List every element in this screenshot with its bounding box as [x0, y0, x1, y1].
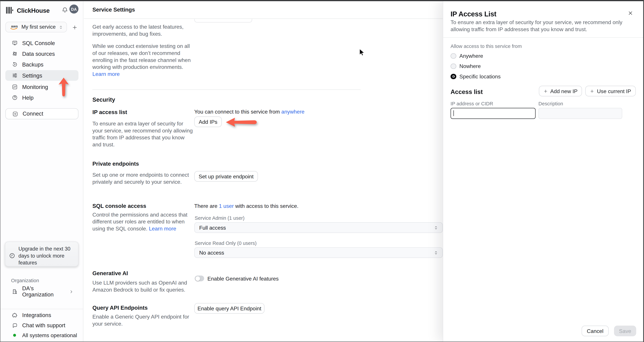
sidebar: ClickHouse DA aws My first service SQL C…	[0, 1, 83, 342]
private-endpoints-description: Set up one or more endpoints to connect …	[92, 171, 193, 185]
upgrade-notice-text: Upgrade in the next 30 days to unlock mo…	[18, 246, 75, 267]
radio-icon	[451, 63, 456, 69]
service-admin-select[interactable]: Full access	[194, 222, 443, 233]
generative-ai-toggle[interactable]	[195, 276, 204, 281]
integrations-puzzle-icon	[12, 312, 18, 318]
organization-section-label: Organization	[11, 278, 39, 283]
panel-title: IP Access List	[451, 10, 496, 18]
sidebar-item-chat-support[interactable]: Chat with support	[5, 320, 78, 331]
anywhere-link[interactable]: anywhere	[282, 109, 304, 115]
window-edge	[0, 0, 644, 1]
status-label: All systems operational	[22, 332, 77, 338]
toggle-knob	[195, 276, 200, 281]
ip-address-input[interactable]	[451, 108, 536, 119]
allow-access-label: Allow access to this service from	[451, 43, 522, 49]
sidebar-item-integrations[interactable]: Integrations	[5, 310, 78, 320]
annotation-arrow-left	[226, 117, 258, 127]
radio-option-nowhere[interactable]: Nowhere	[451, 63, 481, 69]
chevron-updown-icon	[434, 225, 438, 230]
plus-icon	[590, 89, 594, 93]
sidebar-item-data-sources[interactable]: Data sources	[5, 48, 78, 59]
plus-icon	[72, 25, 78, 30]
ip-access-list-panel: IP Access List To ensure an extra layer …	[443, 1, 644, 342]
fast-release-learn-more-link[interactable]: Learn more	[92, 71, 120, 77]
fast-release-paragraph-1: Get early access to the latest features,…	[92, 23, 193, 37]
user-count-link[interactable]: 1 user	[219, 203, 234, 209]
backups-icon	[12, 61, 18, 67]
text-caret	[454, 110, 454, 116]
ip-access-list-title: IP access list	[92, 109, 127, 115]
sql-console-access-title: SQL console access	[92, 203, 146, 209]
sidebar-item-backups[interactable]: Backups	[5, 59, 78, 70]
sql-console-access-description: Control the permissions and access that …	[92, 211, 193, 232]
ip-column-label: IP address or CIDR	[451, 101, 493, 107]
clickhouse-logo-icon	[6, 6, 13, 14]
radio-icon	[451, 53, 456, 59]
sql-console-icon	[12, 40, 18, 46]
organization-name: DA's Organization	[22, 285, 64, 298]
avatar[interactable]: DA	[70, 4, 78, 13]
description-column-label: Description	[538, 101, 563, 107]
service-read-only-select[interactable]: No access	[194, 247, 443, 258]
chevron-updown-icon	[434, 250, 438, 255]
sidebar-item-sql-console[interactable]: SQL Console	[5, 38, 78, 48]
service-selector-label: My first service	[22, 24, 56, 30]
setup-private-endpoint-button[interactable]: Set up private endpoint	[194, 171, 258, 182]
chevron-right-icon	[69, 289, 74, 294]
generative-ai-toggle-label: Enable Generative AI features	[208, 276, 279, 282]
use-current-ip-button[interactable]: Use current IP	[585, 86, 636, 96]
save-button[interactable]: Save	[614, 326, 636, 336]
add-service-button[interactable]	[71, 24, 78, 31]
clock-icon	[9, 253, 15, 259]
organization-building-icon	[12, 289, 18, 294]
aws-icon: aws	[10, 24, 18, 30]
add-ips-button[interactable]: Add IPs	[194, 116, 222, 127]
section-divider	[92, 89, 360, 90]
data-sources-icon	[12, 51, 18, 57]
sql-console-users-text: There are 1 user with access to this ser…	[194, 203, 298, 209]
mouse-cursor	[359, 48, 365, 57]
settings-icon	[12, 73, 18, 78]
release-channel-select-partial[interactable]	[194, 19, 252, 23]
chat-bubble-icon	[12, 323, 18, 328]
enable-query-api-button[interactable]: Enable query API Endpoint	[194, 303, 264, 314]
brand: ClickHouse	[6, 5, 50, 15]
security-section-title: Security	[92, 96, 115, 103]
sql-console-learn-more-link[interactable]: Learn more	[149, 226, 176, 232]
access-list-title: Access list	[451, 88, 483, 95]
connect-from-text: You can connect to this service from any…	[194, 109, 304, 115]
service-selector[interactable]: aws My first service	[5, 22, 67, 32]
organization-switcher[interactable]: DA's Organization	[5, 286, 78, 297]
cancel-button[interactable]: Cancel	[582, 326, 609, 336]
fast-release-paragraph-2: While we conduct extensive testing on al…	[92, 43, 193, 78]
query-api-endpoints-title: Query API Endpoints	[92, 305, 148, 311]
ip-access-list-description: To ensure an extra layer of security for…	[92, 120, 193, 148]
upgrade-notice[interactable]: Upgrade in the next 30 days to unlock mo…	[5, 241, 78, 266]
notifications-bell-icon[interactable]	[62, 6, 68, 13]
page-title: Service Settings	[92, 6, 135, 13]
status-green-dot-icon	[13, 334, 16, 337]
description-input[interactable]	[538, 108, 622, 119]
private-endpoints-title: Private endpoints	[92, 161, 139, 167]
generative-ai-description: Use LLM providers such as OpenAI and Ama…	[92, 279, 193, 293]
add-new-ip-button[interactable]: Add new IP	[539, 86, 582, 96]
help-icon	[12, 95, 18, 101]
service-read-only-label: Service Read Only (0 users)	[195, 240, 256, 246]
sidebar-divider	[0, 309, 83, 309]
radio-option-specific-locations[interactable]: Specific locations	[451, 73, 501, 80]
system-status[interactable]: All systems operational	[5, 330, 78, 340]
monitoring-icon	[12, 84, 18, 90]
window-edge	[643, 0, 644, 342]
panel-divider	[443, 37, 644, 38]
generative-ai-title: Generative AI	[92, 270, 128, 277]
close-icon[interactable]	[628, 10, 634, 17]
chevron-updown-icon	[59, 25, 63, 29]
panel-description: To ensure an extra layer of security for…	[451, 19, 632, 33]
plus-icon	[543, 89, 548, 93]
window-edge	[0, 0, 0, 342]
brand-name: ClickHouse	[17, 7, 50, 14]
radio-option-anywhere[interactable]: Anywhere	[451, 53, 483, 59]
radio-checked-icon	[451, 74, 456, 79]
annotation-arrow-up	[58, 78, 70, 98]
connect-button[interactable]: Connect	[5, 108, 78, 119]
